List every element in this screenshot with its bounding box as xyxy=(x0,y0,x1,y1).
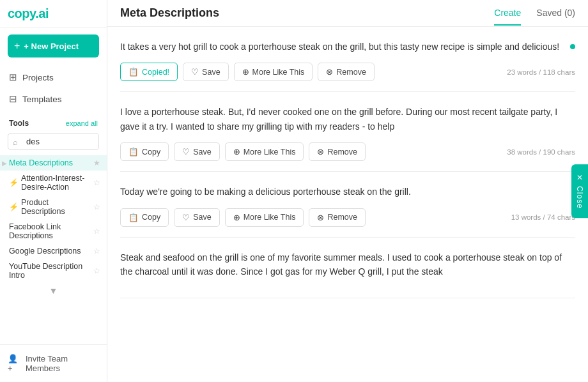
result-card-3: Today we're going to be making a delicio… xyxy=(120,172,575,237)
result-text-1: It takes a very hot grill to cook a port… xyxy=(120,40,575,54)
invite-icon: 👤+ xyxy=(8,354,22,373)
heart-icon: ♡ xyxy=(191,67,199,77)
tool-label: Attention-Interest-Desire-Action xyxy=(21,174,91,192)
remove-button-1[interactable]: ⊗ Remove xyxy=(318,63,375,81)
new-project-button[interactable]: + + New Project xyxy=(8,34,99,57)
main-header: Meta Descriptions Create Saved (0) xyxy=(107,0,588,27)
tool-label: Facebook Link Descriptions xyxy=(9,222,91,240)
search-box: ⌕ xyxy=(8,133,99,150)
results-area: It takes a very hot grill to cook a port… xyxy=(107,27,588,382)
sidebar-projects-label: Projects xyxy=(22,73,54,82)
expand-all-link[interactable]: expand all xyxy=(66,119,98,127)
result-actions-3: 📋 Copy ♡ Save ⊕ More Like This ⊗ Remove … xyxy=(120,208,575,227)
plus-icon: + xyxy=(14,40,20,52)
sidebar-templates-label: Templates xyxy=(22,95,62,104)
result-text-4: Steak and seafood on the grill is one of… xyxy=(120,250,575,279)
word-count-3: 13 words / 74 chars xyxy=(511,213,575,221)
more-icon: ⊕ xyxy=(233,213,240,222)
word-count-2: 38 words / 190 chars xyxy=(507,148,575,156)
header-tabs: Create Saved (0) xyxy=(494,8,575,26)
sidebar-item-templates[interactable]: ⊟ Templates xyxy=(0,88,107,110)
sidebar-footer: 👤+ Invite Team Members xyxy=(0,344,107,382)
invite-label: Invite Team Members xyxy=(26,354,99,373)
invite-team-members-button[interactable]: 👤+ Invite Team Members xyxy=(8,351,99,376)
result-card-4: Steak and seafood on the grill is one of… xyxy=(120,238,575,299)
tools-section-header: Tools expand all xyxy=(0,112,107,130)
remove-icon: ⊗ xyxy=(317,147,324,157)
search-icon: ⌕ xyxy=(13,137,18,146)
projects-icon: ⊞ xyxy=(9,72,17,83)
save-button-2[interactable]: ♡ Save xyxy=(174,142,220,161)
copy-button-2[interactable]: 📋 Copy xyxy=(120,142,169,161)
chevron-down-icon: ▼ xyxy=(49,286,58,296)
copy-icon: 📋 xyxy=(128,213,139,222)
lightning-icon: ⚡ xyxy=(9,202,19,211)
tool-item-meta-descriptions[interactable]: ▶ Meta Descriptions ★ xyxy=(0,155,107,171)
tab-saved[interactable]: Saved (0) xyxy=(536,8,575,26)
arrow-icon: ▶ xyxy=(2,160,7,167)
word-count-1: 23 words / 118 chars xyxy=(507,68,575,76)
close-panel-label: Close xyxy=(575,186,584,209)
result-actions-2: 📋 Copy ♡ Save ⊕ More Like This ⊗ Remove … xyxy=(120,142,575,161)
copy-icon: 📋 xyxy=(128,147,139,157)
heart-icon: ♡ xyxy=(182,213,190,222)
copied-button-1[interactable]: 📋 Copied! xyxy=(120,63,178,81)
more-like-this-button-2[interactable]: ⊕ More Like This xyxy=(225,142,304,161)
more-icon: ⊕ xyxy=(242,67,249,77)
close-panel-button[interactable]: ✕ Close xyxy=(571,164,588,218)
tool-item-youtube-description[interactable]: YouTube Description Intro ☆ xyxy=(0,259,107,283)
star-icon[interactable]: ☆ xyxy=(93,178,100,187)
sidebar-item-projects[interactable]: ⊞ Projects xyxy=(0,66,107,88)
templates-icon: ⊟ xyxy=(9,93,17,105)
copy-icon: 📋 xyxy=(128,67,139,77)
result-text-2: I love a porterhouse steak. But, I'd nev… xyxy=(120,105,575,134)
result-actions-1: 📋 Copied! ♡ Save ⊕ More Like This ⊗ Remo… xyxy=(120,63,575,81)
heart-icon: ♡ xyxy=(182,147,190,157)
tab-create[interactable]: Create xyxy=(494,8,521,26)
remove-icon: ⊗ xyxy=(317,213,324,222)
star-icon[interactable]: ☆ xyxy=(93,227,100,236)
remove-icon: ⊗ xyxy=(326,67,333,77)
tool-label: Meta Descriptions xyxy=(9,158,91,167)
page-title: Meta Descriptions xyxy=(120,6,219,26)
logo: copy.ai xyxy=(0,0,107,28)
remove-button-3[interactable]: ⊗ Remove xyxy=(309,208,366,227)
new-project-label: + New Project xyxy=(24,42,79,51)
more-icon: ⊕ xyxy=(233,147,240,157)
more-like-this-button-3[interactable]: ⊕ More Like This xyxy=(225,208,304,227)
more-like-this-button-1[interactable]: ⊕ More Like This xyxy=(234,63,313,81)
tool-item-google-descriptions[interactable]: Google Descriptions ☆ xyxy=(0,243,107,259)
star-icon[interactable]: ☆ xyxy=(93,202,100,211)
result-card-1: It takes a very hot grill to cook a port… xyxy=(120,27,575,92)
tools-label: Tools xyxy=(9,119,29,128)
sidebar: copy.ai + + New Project ⊞ Projects ⊟ Tem… xyxy=(0,0,107,382)
result-card-2: I love a porterhouse steak. But, I'd nev… xyxy=(120,92,575,172)
star-icon[interactable]: ★ xyxy=(93,158,100,167)
tool-item-product-descriptions[interactable]: ⚡ Product Descriptions ☆ xyxy=(0,195,107,219)
tool-list: ▶ Meta Descriptions ★ ⚡ Attention-Intere… xyxy=(0,155,107,344)
tool-item-facebook-link[interactable]: Facebook Link Descriptions ☆ xyxy=(0,219,107,243)
star-icon[interactable]: ☆ xyxy=(93,266,100,275)
tool-label: YouTube Description Intro xyxy=(9,262,91,280)
logo-text: copy.ai xyxy=(8,6,49,21)
main-content: Meta Descriptions Create Saved (0) It ta… xyxy=(107,0,588,382)
tool-label: Product Descriptions xyxy=(21,198,91,216)
remove-button-2[interactable]: ⊗ Remove xyxy=(309,142,366,161)
star-icon[interactable]: ☆ xyxy=(93,247,100,256)
tool-item-aida[interactable]: ⚡ Attention-Interest-Desire-Action ☆ xyxy=(0,171,107,195)
save-button-1[interactable]: ♡ Save xyxy=(183,63,229,81)
copy-button-3[interactable]: 📋 Copy xyxy=(120,208,169,227)
lightning-icon: ⚡ xyxy=(9,178,19,187)
scroll-down-button[interactable]: ▼ xyxy=(0,283,107,298)
green-dot-indicator xyxy=(570,44,575,49)
search-input[interactable] xyxy=(8,133,99,150)
close-icon: ✕ xyxy=(575,173,584,182)
result-text-3: Today we're going to be making a delicio… xyxy=(120,185,575,199)
sidebar-navigation: ⊞ Projects ⊟ Templates xyxy=(0,64,107,112)
save-button-3[interactable]: ♡ Save xyxy=(174,208,220,227)
tool-label: Google Descriptions xyxy=(9,247,91,256)
